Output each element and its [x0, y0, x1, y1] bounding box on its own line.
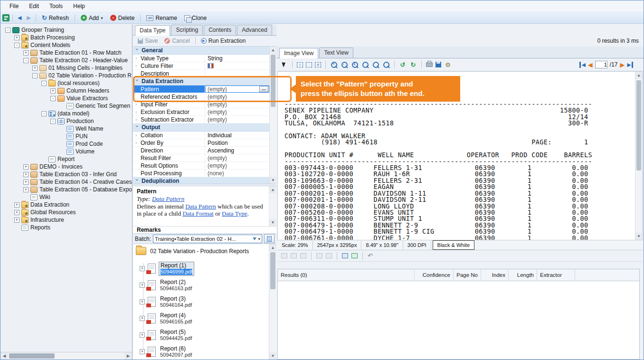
property-row-collation[interactable]: ›CollationIndividual	[133, 132, 269, 139]
property-value-cell[interactable]: (empty)	[205, 162, 269, 169]
scroll-up-icon[interactable]: ▲	[269, 244, 276, 251]
property-label-cell[interactable]: Pattern	[133, 85, 205, 93]
undo-icon[interactable]: ↶	[368, 252, 373, 259]
expand-icon[interactable]: +	[140, 349, 145, 354]
node-viewer-icon[interactable]	[2, 14, 9, 21]
expand-icon[interactable]: +	[140, 316, 145, 321]
tree-item-data-extraction[interactable]: +Data Extraction	[0, 201, 132, 208]
expand-icon[interactable]: +	[140, 299, 145, 304]
expand-icon[interactable]: +	[140, 266, 145, 271]
flip-v-icon[interactable]	[291, 253, 297, 258]
column-length[interactable]: Length	[509, 269, 537, 281]
data-format-link[interactable]: Data Format	[182, 210, 213, 217]
auto-rotate-icon[interactable]	[300, 253, 306, 258]
cancel-button[interactable]: Cancel	[161, 37, 192, 45]
last-page-button[interactable]: ▶	[627, 62, 633, 68]
tree-item-content-models[interactable]: -Content Models	[0, 41, 132, 49]
zoom-actual-icon[interactable]: 1	[351, 61, 359, 68]
tree-item-table-extraction-01-row-match[interactable]: +Table Extraction 01 - Row Match	[0, 49, 132, 57]
property-label-cell[interactable]: ›Value Type	[133, 55, 205, 62]
refresh-button[interactable]: ↻ Refresh	[39, 14, 72, 22]
tab-data-type[interactable]: Data Type	[135, 25, 170, 36]
tree-item-generic-text-segmen[interactable]: Generic Text Segmen	[0, 102, 132, 110]
property-value-cell[interactable]	[205, 70, 269, 77]
property-label-cell[interactable]: ›Order By	[133, 139, 205, 146]
column-page-no[interactable]: Page No	[454, 269, 481, 281]
scroll-right-icon[interactable]: ▶	[124, 352, 132, 360]
tree-item-demo-invoices[interactable]: +DEMO - Invoices	[0, 163, 132, 171]
save-button[interactable]: Save	[135, 37, 161, 45]
property-value-cell[interactable]: (empty)	[205, 108, 269, 115]
property-value-cell[interactable]: (empty)	[205, 116, 269, 123]
expand-icon[interactable]: +	[140, 283, 145, 288]
batch-folder-row[interactable]: 02 Table Variation - Production Reports	[136, 247, 249, 255]
expand-icon[interactable]: +	[23, 172, 28, 177]
zoom-region-icon[interactable]	[382, 61, 390, 68]
property-value-cell[interactable]: (empty)	[205, 93, 269, 100]
column-confidence[interactable]: Confidence	[415, 269, 454, 281]
ellipsis-button[interactable]: …	[259, 86, 268, 92]
collapse-icon[interactable]: -	[23, 58, 28, 63]
tree-item-volume[interactable]: Volume	[0, 148, 132, 155]
property-value-cell[interactable]: String	[205, 55, 269, 62]
property-label-cell[interactable]: Result Filter	[133, 154, 205, 161]
save-image-icon[interactable]	[436, 62, 441, 67]
scroll-up-icon[interactable]: ▲	[270, 47, 276, 54]
menu-edit[interactable]: Edit	[24, 1, 44, 11]
rename-button[interactable]: ab Rename	[143, 14, 180, 22]
data-pattern-link[interactable]: Data Pattern	[152, 195, 184, 202]
select-table-icon[interactable]: #	[315, 62, 321, 67]
next-page-button[interactable]: ▶	[620, 61, 625, 68]
expand-icon[interactable]: +	[140, 332, 145, 338]
property-section-data-extraction[interactable]: ›Data Extraction	[133, 77, 269, 85]
tree-item-table-extraction-03-infer-grid[interactable]: +Table Extraction 03 - Infer Grid	[0, 171, 132, 178]
tree-item-infrastructure[interactable]: +Infrastructure	[0, 216, 132, 224]
property-label-cell[interactable]: Direction	[133, 147, 205, 154]
run-extraction-button[interactable]: ▶ Run Extraction	[198, 37, 249, 45]
expand-icon[interactable]: +	[23, 180, 28, 185]
property-row-exclusion-extractor[interactable]: ›Exclusion Extractor(empty)	[133, 108, 269, 116]
expand-icon[interactable]: +	[23, 164, 28, 170]
property-row-culture-filter[interactable]: ›Culture Filter	[133, 62, 269, 70]
property-label-cell[interactable]: Result Options	[133, 162, 205, 169]
flip-h-icon[interactable]	[281, 253, 287, 258]
rotate-cw-icon[interactable]: ↻	[409, 61, 417, 68]
tree-item-batch-processing[interactable]: +Batch Processing	[0, 34, 132, 41]
property-row-result-options[interactable]: Result Options(empty)	[133, 162, 269, 170]
collapse-icon[interactable]: -	[32, 73, 38, 78]
property-row-order-by[interactable]: ›Order ByPosition	[133, 139, 269, 147]
tree-item-pun[interactable]: PUN	[0, 133, 132, 140]
batch-item-report-6[interactable]: +Report (6)50942097.pdf	[140, 343, 269, 360]
property-row-result-filter[interactable]: Result Filter(empty)	[133, 154, 269, 162]
property-row-direction[interactable]: DirectionAscending	[133, 147, 269, 154]
property-label-cell[interactable]: ›Input Filter	[133, 101, 205, 108]
property-row-post-processing[interactable]: Post Processing(none)	[133, 170, 269, 177]
menu-help[interactable]: Help	[68, 1, 90, 11]
scroll-up-icon[interactable]: ▲	[635, 72, 642, 79]
property-value-cell[interactable]: Position	[205, 139, 269, 146]
property-row-description[interactable]: Description	[133, 70, 269, 77]
scroll-up-icon[interactable]: ▲	[269, 186, 276, 193]
property-section-general[interactable]: ›General	[133, 47, 269, 55]
property-value-cell[interactable]	[205, 62, 269, 69]
tree-item-prod-code[interactable]: Prod Code	[0, 140, 132, 148]
expand-icon[interactable]: +	[14, 218, 19, 223]
column-results[interactable]: Results (0)	[278, 269, 415, 281]
batch-tree-scrollbar[interactable]: ▲ ▼	[269, 244, 276, 360]
batch-item-report-2[interactable]: +Report (2)50946163.pdf	[140, 277, 269, 294]
tab-advanced[interactable]: Advanced	[237, 25, 272, 35]
tree-item-reports[interactable]: Reports	[0, 224, 132, 231]
image-settings-icon[interactable]: ⚙	[444, 61, 452, 68]
scroll-down-icon[interactable]: ▼	[270, 177, 276, 184]
filter-icon[interactable]	[253, 237, 256, 240]
zoom-fit-icon[interactable]	[361, 61, 369, 68]
scroll-left-icon[interactable]: ◀	[0, 352, 8, 360]
property-label-cell[interactable]: ›Culture Filter	[133, 62, 205, 69]
document-scrollbar[interactable]: ▲ ▼	[635, 72, 642, 240]
batch-item-report-5[interactable]: +Report (5)50944425.pdf	[140, 327, 269, 343]
add-button[interactable]: + Add ▾	[78, 14, 106, 22]
tree-item-data-model[interactable]: -(data model)	[0, 110, 132, 117]
tree-item-table-extraction-02-header-value[interactable]: -Table Extraction 02 - Header-Value	[0, 57, 132, 64]
data-pattern-link[interactable]: Data Pattern	[185, 203, 216, 210]
expand-icon[interactable]: +	[14, 202, 19, 208]
